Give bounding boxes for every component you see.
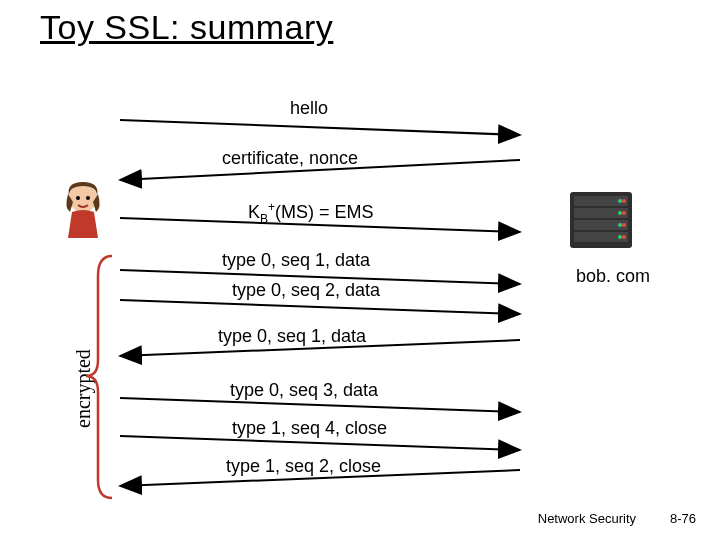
msg-t0s2: type 0, seq 2, data [232,280,380,301]
svg-line-21 [120,300,520,314]
msg-cert-nonce: certificate, nonce [222,148,358,169]
footer-page: 8-76 [670,511,696,526]
msg-t1s4: type 1, seq 4, close [232,418,387,439]
msg-hello: hello [290,98,328,119]
msg-t1s2: type 1, seq 2, close [226,456,381,477]
kbms-sup: + [268,200,275,214]
footer-section: Network Security [538,511,636,526]
msg-t0s1: type 0, seq 1, data [222,250,370,271]
kbms-mid: (MS) = EMS [275,202,374,222]
msg-kb-ms: KB+(MS) = EMS [248,200,374,226]
svg-line-17 [120,120,520,135]
msg-t0s3: type 0, seq 3, data [230,380,378,401]
msg-t0s1b: type 0, seq 1, data [218,326,366,347]
kbms-prefix: K [248,202,260,222]
kbms-sub: B [260,212,268,226]
